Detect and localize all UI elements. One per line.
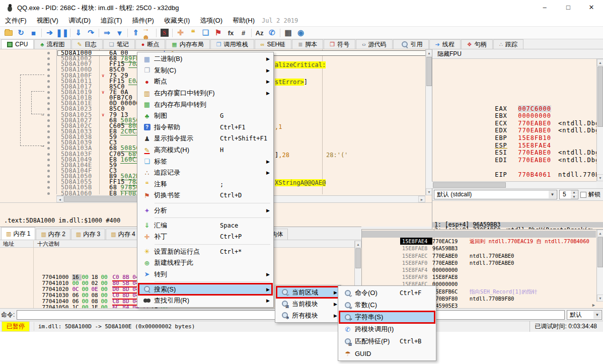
registers-horizontal-scrollbar[interactable] <box>432 181 596 188</box>
breakpoint-dot[interactable] <box>47 170 50 172</box>
breakpoint-dot[interactable] <box>47 175 50 178</box>
command-profile-select[interactable]: 默认▼ <box>567 310 602 320</box>
context-menu-item[interactable]: ● 断点 ▶ <box>138 76 272 88</box>
hide-fpu-button[interactable]: 隐藏FPU <box>432 49 603 59</box>
context-menu-item[interactable]: ▶ <box>138 243 272 246</box>
toolbar-icon[interactable]: ✚ <box>174 27 187 38</box>
submenu-item[interactable]: › 命令(O) Ctrl+F ▶ <box>339 287 435 299</box>
menu-item[interactable]: 文件(F) <box>0 15 32 26</box>
menu-item[interactable]: 追踪(T) <box>96 15 127 26</box>
context-menu-item[interactable]: ➤ 转到 ▶ <box>138 269 272 280</box>
view-tab[interactable]: ∞ SEH链 <box>255 39 292 49</box>
breakpoint-dot[interactable] <box>47 80 50 83</box>
context-menu-item[interactable]: ⚑ 切换书签 Ctrl+D ▶ <box>138 190 272 201</box>
submenu-item[interactable]: ✆ 跨模块调用(I) ▶ <box>339 323 435 335</box>
breakpoint-dot[interactable] <box>47 186 50 189</box>
toolbar-icon[interactable]: # <box>237 27 250 38</box>
context-menu-item[interactable]: ▥ 在内存窗口中转到(F) ▶ <box>138 88 272 99</box>
stack-hscroll-arrow[interactable]: ► <box>591 303 596 308</box>
toolbar-icon[interactable]: ➔ <box>43 27 56 38</box>
toolbar-icon[interactable]: ■ <box>27 27 40 38</box>
view-tab[interactable]: ❒ 符号 <box>324 39 355 49</box>
breakpoint-dot[interactable] <box>47 141 50 144</box>
toolbar-icon[interactable] <box>99 29 99 37</box>
toolbar-icon[interactable]: →☻ <box>142 27 155 38</box>
context-menu-item[interactable]: ∴ 追踪记录 ▶ <box>138 167 272 179</box>
maximize-button[interactable]: □ <box>557 0 580 15</box>
toolbar-icon[interactable]: ⚑ <box>212 27 224 38</box>
context-menu-item[interactable]: ❏ 标签 ▶ <box>138 156 272 167</box>
context-menu-item[interactable]: 查找引用(R) ▶ <box>138 295 272 307</box>
view-tab[interactable]: ∴ 跟踪 <box>493 39 523 49</box>
dump-tab[interactable]: ▥ 内存 1 <box>1 227 35 240</box>
toolbar-icon[interactable] <box>70 29 70 37</box>
stack-vertical-scrollbar[interactable]: ▲▼ <box>596 230 603 302</box>
toolbar-icon[interactable]: fx <box>224 27 237 38</box>
menu-item[interactable]: 调试(D) <box>63 15 96 26</box>
toolbar-icon[interactable] <box>280 29 280 37</box>
view-tab[interactable]: ▦ 内存布局 <box>166 39 209 49</box>
toolbar-icon[interactable] <box>172 29 173 37</box>
menu-item[interactable]: 帮助(H) <box>228 15 260 26</box>
context-menu-item[interactable]: ▦ 二进制(B) ▶ <box>138 53 272 65</box>
breakpoint-dot[interactable] <box>47 119 50 122</box>
argument-depth-spinner[interactable]: 5▲▼ <box>559 190 578 199</box>
menu-item[interactable]: 选项(O) <box>195 15 228 26</box>
dump-tab[interactable]: ▥ 内存 4 <box>106 229 140 240</box>
toolbar-icon[interactable]: ⇑ <box>129 27 142 38</box>
unlock-checkbox[interactable] <box>580 192 586 198</box>
breakpoint-dot[interactable] <box>47 75 50 77</box>
view-tab[interactable]: ➔ 线程 <box>429 39 461 49</box>
view-tab[interactable]: ♣ 流程图 <box>34 39 70 49</box>
toolbar-icon[interactable]: ⇒ <box>101 27 113 38</box>
submenu-item[interactable]: ✱ 所有模块 ▶ <box>276 310 340 321</box>
context-menu-item[interactable]: ⇓ 汇编 Space ▶ <box>138 220 272 231</box>
toolbar-icon[interactable] <box>156 29 157 37</box>
toolbar-icon[interactable]: S <box>158 27 171 38</box>
toolbar-icon[interactable]: ▦ <box>282 27 294 38</box>
context-menu-item[interactable]: ♣ 制图 G ▶ <box>138 110 272 122</box>
breakpoint-dot[interactable] <box>47 63 50 65</box>
toolbar-icon[interactable]: ↷ <box>85 27 97 38</box>
breakpoint-dot[interactable] <box>47 153 50 156</box>
calling-convention-select[interactable]: 默认 (stdcall)▼ <box>434 190 557 199</box>
view-tab[interactable]: CPU <box>1 39 34 49</box>
toolbar-icon[interactable]: ❚❚ <box>56 27 68 38</box>
view-tab[interactable]: ‹› 源代码 <box>356 39 392 49</box>
context-menu-item[interactable]: ❝ 注释 ; ▶ <box>138 179 272 190</box>
breakpoint-dot[interactable] <box>47 97 50 99</box>
context-menu-item[interactable]: ✚ 补丁 Ctrl+P ▶ <box>138 231 272 243</box>
context-menu-item[interactable]: ❐ 复制(C) ▶ <box>138 65 272 77</box>
toolbar-icon[interactable] <box>251 29 252 37</box>
dump-tab[interactable]: ▥ 内存 3 <box>71 229 105 240</box>
context-menu-item[interactable]: ✳ 设置新的运行点 Ctrl+* ▶ <box>138 246 272 258</box>
submenu-item[interactable]: ▦ 匹配特征(P) Ctrl+B ▶ <box>339 335 435 347</box>
breakpoint-dot[interactable] <box>47 114 50 116</box>
breakpoint-dot[interactable] <box>47 52 50 54</box>
view-tab[interactable]: 引用 <box>393 39 429 49</box>
chevron-down-icon[interactable]: ▼ <box>549 191 556 198</box>
submenu-item[interactable]: # 常数(C) ▶ <box>339 299 435 311</box>
breakpoint-dot[interactable] <box>47 181 50 183</box>
toolbar-icon[interactable]: ⇓ <box>72 27 85 38</box>
submenu-item[interactable]: ☂ GUID ▶ <box>339 347 435 359</box>
context-menu-item[interactable]: ⊕ 新建线程于此 ▶ <box>138 257 272 269</box>
dump-tab[interactable]: ▥ 内存 2 <box>36 229 70 240</box>
breakpoint-dot[interactable] <box>47 102 50 105</box>
stack-row[interactable]: 15E8FAE4770EAC19返回到 ntdll.770EAC19 自 ntd… <box>362 231 596 238</box>
menu-item[interactable]: 视图(V) <box>32 15 63 26</box>
context-menu-item[interactable]: ✎ 高亮模式(H) H ▶ <box>138 144 272 156</box>
toolbar-icon[interactable]: ❝ <box>187 27 199 38</box>
breakpoint-dot[interactable] <box>47 159 50 161</box>
registers-vertical-scrollbar[interactable]: ▲▼ <box>596 59 603 181</box>
context-menu-item[interactable]: ▦ 在内存布局中转到 ▶ <box>138 99 272 110</box>
toolbar-icon[interactable]: ❏ <box>199 27 212 38</box>
context-menu-item[interactable]: ▶ <box>138 216 272 220</box>
breakpoint-dot[interactable] <box>47 68 50 71</box>
breakpoint-dot[interactable] <box>47 130 50 133</box>
view-tab[interactable]: ❖ 句柄 <box>461 39 493 49</box>
view-tab[interactable]: ❏ 笔记 <box>103 39 135 49</box>
toolbar-icon[interactable]: ✆ <box>266 27 278 38</box>
toolbar-icon[interactable] <box>41 29 42 37</box>
view-tab[interactable]: ✎ 日志 <box>71 39 103 49</box>
